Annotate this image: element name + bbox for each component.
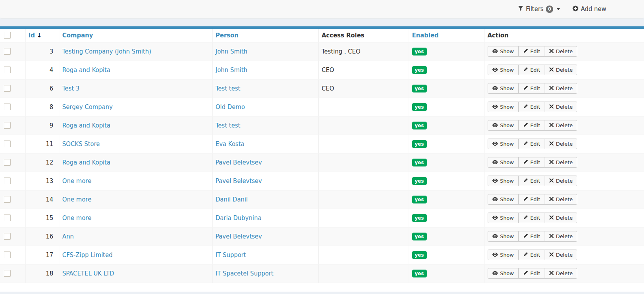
table-row: 12 Roga and Kopita Pavel Belevtsev yes S…	[0, 153, 644, 172]
person-link[interactable]: Test test	[216, 85, 240, 92]
person-link[interactable]: Test test	[216, 122, 240, 129]
edit-button[interactable]: Edit	[518, 46, 545, 57]
edit-button[interactable]: Edit	[518, 102, 545, 112]
delete-button[interactable]: Delete	[545, 139, 578, 149]
show-button[interactable]: Show	[488, 268, 519, 279]
company-link[interactable]: Roga and Kopita	[62, 159, 110, 166]
company-link[interactable]: CFS-Zipp Limited	[62, 251, 113, 259]
company-link[interactable]: One more	[62, 196, 92, 203]
show-button[interactable]: Show	[488, 83, 519, 94]
person-link[interactable]: John Smith	[216, 67, 248, 74]
person-link[interactable]: John Smith	[216, 48, 248, 55]
row-checkbox[interactable]	[4, 67, 11, 73]
edit-label: Edit	[530, 86, 540, 91]
table-row: 4 Roga and Kopita John Smith CEO yes Sho…	[0, 61, 644, 79]
pencil-icon	[523, 141, 528, 147]
row-checkbox[interactable]	[4, 48, 11, 55]
person-link[interactable]: Daria Dubynina	[216, 214, 262, 222]
row-checkbox[interactable]	[4, 270, 11, 277]
person-link[interactable]: Pavel Belevtsev	[216, 159, 262, 166]
company-link[interactable]: Test 3	[62, 85, 80, 92]
edit-button[interactable]: Edit	[518, 176, 545, 186]
enabled-badge: yes	[412, 85, 427, 92]
person-link[interactable]: Pavel Belevtsev	[216, 233, 262, 240]
person-link[interactable]: Eva Kosta	[216, 141, 244, 148]
id-cell: 11	[25, 135, 59, 153]
delete-button[interactable]: Delete	[545, 213, 578, 223]
company-link[interactable]: Ann	[62, 233, 74, 240]
delete-button[interactable]: Delete	[545, 250, 578, 260]
delete-button[interactable]: Delete	[545, 120, 578, 131]
select-all-checkbox[interactable]	[4, 32, 11, 39]
edit-button[interactable]: Edit	[518, 65, 545, 75]
company-link[interactable]: SOCKS Store	[62, 141, 100, 148]
show-button[interactable]: Show	[488, 176, 519, 186]
edit-button[interactable]: Edit	[518, 250, 545, 260]
edit-button[interactable]: Edit	[518, 268, 545, 279]
delete-button[interactable]: Delete	[545, 157, 578, 168]
person-link[interactable]: IT Support	[216, 251, 246, 259]
column-header-company[interactable]: Company	[59, 29, 212, 42]
delete-button[interactable]: Delete	[545, 65, 578, 75]
edit-button[interactable]: Edit	[518, 213, 545, 223]
delete-button[interactable]: Delete	[545, 268, 578, 279]
show-button[interactable]: Show	[488, 139, 519, 149]
edit-button[interactable]: Edit	[518, 83, 545, 94]
action-button-group: Show Edit Delete	[488, 46, 578, 57]
row-checkbox[interactable]	[4, 104, 11, 110]
show-button[interactable]: Show	[488, 46, 519, 57]
enabled-cell: yes	[409, 42, 484, 61]
add-new-button[interactable]: Add new	[572, 6, 606, 13]
row-checkbox[interactable]	[4, 196, 11, 203]
edit-button[interactable]: Edit	[518, 120, 545, 131]
edit-button[interactable]: Edit	[518, 139, 545, 149]
row-checkbox[interactable]	[4, 141, 11, 147]
delete-button[interactable]: Delete	[545, 231, 578, 242]
row-checkbox[interactable]	[4, 122, 11, 129]
show-button[interactable]: Show	[488, 120, 519, 131]
company-link[interactable]: Roga and Kopita	[62, 122, 110, 129]
show-button[interactable]: Show	[488, 65, 519, 75]
show-button[interactable]: Show	[488, 102, 519, 112]
show-button[interactable]: Show	[488, 194, 519, 205]
delete-button[interactable]: Delete	[545, 176, 578, 186]
column-header-id[interactable]: Id↓	[25, 29, 59, 42]
enabled-cell: yes	[409, 153, 484, 172]
row-checkbox[interactable]	[4, 159, 11, 166]
delete-button[interactable]: Delete	[545, 102, 578, 112]
id-cell: 6	[25, 79, 59, 98]
company-link[interactable]: SPACETEL UK LTD	[62, 270, 114, 277]
show-button[interactable]: Show	[488, 157, 519, 168]
company-link[interactable]: Testing Company (John Smith)	[62, 48, 151, 55]
company-link[interactable]: One more	[62, 214, 92, 222]
edit-label: Edit	[530, 215, 540, 220]
person-link[interactable]: IT Spacetel Support	[216, 270, 273, 277]
company-link[interactable]: Roga and Kopita	[62, 67, 110, 74]
delete-button[interactable]: Delete	[545, 46, 578, 57]
show-button[interactable]: Show	[488, 213, 519, 223]
action-button-group: Show Edit Delete	[488, 213, 578, 223]
person-link[interactable]: Old Demo	[216, 104, 245, 111]
person-link[interactable]: Danil Danil	[216, 196, 248, 203]
row-checkbox[interactable]	[4, 178, 11, 184]
edit-button[interactable]: Edit	[518, 194, 545, 205]
row-checkbox[interactable]	[4, 85, 11, 92]
company-link[interactable]: Sergey Company	[62, 104, 113, 111]
company-link[interactable]: One more	[62, 178, 92, 185]
x-icon	[549, 123, 554, 128]
edit-button[interactable]: Edit	[518, 231, 545, 242]
filters-dropdown-button[interactable]: Filters 0	[518, 6, 560, 13]
show-button[interactable]: Show	[488, 231, 519, 242]
row-checkbox[interactable]	[4, 214, 11, 221]
column-header-person[interactable]: Person	[212, 29, 318, 42]
company-cell: CFS-Zipp Limited	[59, 246, 212, 264]
row-checkbox[interactable]	[4, 251, 11, 258]
row-checkbox[interactable]	[4, 233, 11, 240]
id-cell: 8	[25, 98, 59, 116]
show-button[interactable]: Show	[488, 250, 519, 260]
edit-button[interactable]: Edit	[518, 157, 545, 168]
delete-button[interactable]: Delete	[545, 83, 578, 94]
delete-button[interactable]: Delete	[545, 194, 578, 205]
person-link[interactable]: Pavel Belevtsev	[216, 178, 262, 185]
column-header-enabled[interactable]: Enabled	[409, 29, 484, 42]
